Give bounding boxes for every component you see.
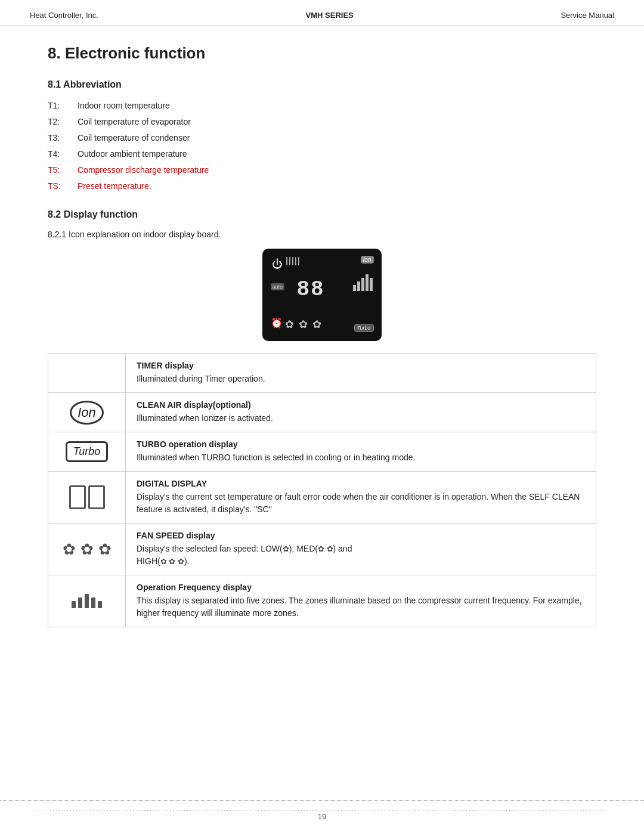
abbrev-key-3: T4: [48,148,78,160]
fan-lines-top [286,257,299,265]
icon-cell-1: Ion [48,393,126,432]
freq-bar-2 [78,597,82,608]
abbreviation-list: T1:Indoor room temperatureT2:Coil temper… [48,100,596,193]
digital-88: 88 [297,277,325,302]
page-footer: ........................................… [0,800,644,821]
abbrev-item-2: T3:Coil temperature of condenser [48,132,596,144]
abbrev-item-4: T5:Compressor discharge temperature [48,164,596,176]
table-row-2: TurboTURBO operation displayIlluminated … [48,432,596,472]
abbrev-item-5: TS:Preset temperature. [48,180,596,193]
feature-desc-1: Illuminated when Ionizer is activated. [137,413,273,423]
abbrev-key-0: T1: [48,100,78,112]
fan-icons-bottom: ✿ ✿ ✿ [285,318,321,331]
fan-med-inline: ✿ ✿ [318,544,333,553]
feature-label-0: TIMER display [137,361,585,370]
main-content: 8. Electronic function 8.1 Abbreviation … [0,26,644,663]
icon-cell-5 [48,575,126,627]
clock-icon-display: ⏰ [271,317,283,329]
freq-bars-display [353,274,373,291]
icon-cell-3 [48,472,126,524]
seg-2 [88,485,105,509]
feature-label-3: DIGITAL DISPLAY [137,479,585,488]
fan-speed-icons: ✿✿✿ [58,540,116,559]
ion-icon: Ion [70,401,104,425]
abbrev-value-1: Coil temperature of evaporator [78,116,191,128]
features-table: TIMER displayIlluminated during Timer op… [48,353,596,627]
abbrev-value-4: Compressor discharge temperature [78,164,209,176]
subsection-81-title: 8.1 Abbreviation [48,79,596,90]
fan-sym-med2: ✿ [98,540,112,559]
desc-cell-0: TIMER displayIlluminated during Timer op… [126,354,596,393]
header-series: VMH SERIES [306,11,354,20]
abbrev-item-1: T2:Coil temperature of evaporator [48,116,596,128]
abbrev-key-5: TS: [48,180,78,193]
footer-dots: ........................................… [0,806,644,812]
turbo-badge-display: Turbo [354,324,374,332]
seg-1 [69,485,86,509]
table-row-1: IonCLEAN AIR display(optional)Illuminate… [48,393,596,432]
desc-cell-3: DIGITAL DISPLAYDisplay's the current set… [126,472,596,524]
freq-icon [58,594,116,608]
feature-label-2: TURBO operation display [137,439,585,449]
icon-cell-0 [48,354,126,393]
page-header: Heat Controller, Inc. VMH SERIES Service… [0,0,644,26]
abbrev-value-3: Outdoor ambient temperature [78,148,187,160]
abbrev-key-4: T5: [48,164,78,176]
feature-label-1: CLEAN AIR display(optional) [137,400,585,410]
display-board-image: ⏻ Ion auto 88 [262,249,382,341]
freq-bar-3 [85,594,89,608]
icon-cell-2: Turbo [48,432,126,472]
table-row-5: Operation Frequency displayThis display … [48,575,596,627]
abbrev-item-3: T4:Outdoor ambient temperature [48,148,596,160]
desc-cell-1: CLEAN AIR display(optional)Illuminated w… [126,393,596,432]
abbrev-key-2: T3: [48,132,78,144]
table-row-4: ✿✿✿FAN SPEED displayDisplay's the select… [48,524,596,575]
auto-badge: auto [271,283,285,290]
fan-sym-low: ✿ [63,540,76,559]
table-row-3: DIGITAL DISPLAYDisplay's the current set… [48,472,596,524]
feature-desc-2: Illuminated when TURBO function is selec… [137,453,415,462]
icon-cell-4: ✿✿✿ [48,524,126,575]
desc-cell-4: FAN SPEED displayDisplay's the selected … [126,524,596,575]
abbrev-value-5: Preset temperature. [78,180,151,193]
fan-sym-2: ✿ [299,318,308,331]
section-title: 8. Electronic function [48,44,596,63]
freq-bar-5 [98,601,102,608]
table-row-0: TIMER displayIlluminated during Timer op… [48,354,596,393]
feature-label-4: FAN SPEED display [137,531,585,540]
power-icon: ⏻ [272,258,283,271]
desc-cell-5: Operation Frequency displayThis display … [126,575,596,627]
subsection-82-title: 8.2 Display function [48,209,596,220]
abbrev-value-2: Coil temperature of condenser [78,132,190,144]
page-number: 19 [318,812,326,821]
ion-badge-display: Ion [361,256,374,264]
fan-sym-3: ✿ [312,318,321,331]
header-company: Heat Controller, Inc. [30,11,98,20]
feature-desc-5: This display is separated into five zone… [137,596,582,618]
abbrev-key-1: T2: [48,116,78,128]
turbo-icon: Turbo [66,441,109,462]
display-func-intro: 8.2.1 Icon explanation on indoor display… [48,230,596,239]
fan-low-inline: ✿ [283,544,289,553]
freq-bar-4 [91,597,95,608]
desc-cell-2: TURBO operation displayIlluminated when … [126,432,596,472]
page-wrapper: Heat Controller, Inc. VMH SERIES Service… [0,0,644,833]
freq-bar-1 [72,601,76,608]
fan-sym-1: ✿ [285,318,294,331]
feature-label-5: Operation Frequency display [137,583,585,592]
feature-desc-4: Display's the selected fan speed: LOW(✿)… [137,544,352,566]
fan-sym-med1: ✿ [80,540,94,559]
digital-display-icon [58,485,116,509]
header-manual-type: Service Manual [561,11,614,20]
abbrev-value-0: Indoor room temperature [78,100,170,112]
fan-high-inline: ✿ ✿ ✿ [160,557,184,566]
feature-desc-0: Illuminated during Timer operation. [137,374,265,383]
display-board-container: ⏻ Ion auto 88 [48,249,596,341]
feature-desc-3: Display's the current set temperature or… [137,492,580,514]
abbrev-item-0: T1:Indoor room temperature [48,100,596,112]
